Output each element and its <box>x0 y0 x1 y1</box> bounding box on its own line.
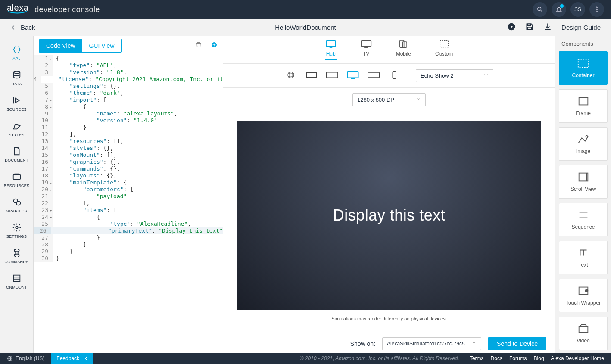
footer-link-alexa-developer-home[interactable]: Alexa Developer Home <box>551 355 604 361</box>
svg-rect-12 <box>13 174 20 179</box>
svg-rect-37 <box>393 72 396 79</box>
viewport-xlarge-land[interactable] <box>368 71 380 80</box>
rail-commands[interactable]: COMMANDS <box>0 244 33 269</box>
play-icon[interactable] <box>507 22 516 32</box>
rail-onmount[interactable]: ONMOUNT <box>0 269 33 295</box>
rail-styles[interactable]: STYLES <box>0 117 33 142</box>
svg-point-31 <box>289 73 293 77</box>
simulation-note: Simulations may render differently on ph… <box>331 316 447 321</box>
svg-rect-38 <box>578 59 588 68</box>
rail-graphics[interactable]: GRAPHICS <box>0 193 33 218</box>
component-image[interactable]: Image <box>559 127 608 161</box>
component-container[interactable]: Container <box>559 51 608 85</box>
svg-point-47 <box>585 289 588 292</box>
svg-rect-32 <box>306 72 317 78</box>
svg-rect-39 <box>579 98 588 105</box>
svg-rect-28 <box>403 42 407 47</box>
show-on-label: Show on: <box>350 340 375 347</box>
send-to-device-button[interactable]: Send to Device <box>488 337 546 350</box>
svg-rect-24 <box>361 41 371 47</box>
component-sequence[interactable]: Sequence <box>559 203 608 236</box>
svg-point-15 <box>16 226 18 229</box>
top-navbar: alexa developer console SS <box>0 0 611 19</box>
sub-header: Back HelloWorldDocument Design Guide <box>0 19 611 36</box>
trash-icon[interactable] <box>195 41 202 50</box>
svg-point-0 <box>538 7 541 11</box>
device-custom[interactable]: Custom <box>435 40 453 59</box>
component-touch-wrapper[interactable]: Touch Wrapper <box>559 279 608 312</box>
language-selector[interactable]: English (US) <box>7 355 44 361</box>
footer-link-forums[interactable]: Forums <box>509 355 527 361</box>
rail-settings[interactable]: SETTINGS <box>0 218 33 244</box>
save-icon[interactable] <box>525 22 534 32</box>
rail-data[interactable]: DATA <box>0 66 33 91</box>
left-rail: APLDATASOURCESSTYLESDOCUMENTRESOURCESGRA… <box>0 36 34 353</box>
svg-rect-22 <box>326 41 335 47</box>
console-title: developer console <box>34 5 100 14</box>
design-guide-link[interactable]: Design Guide <box>561 24 601 31</box>
user-avatar[interactable]: SS <box>570 2 585 17</box>
preview-headline: Display this text <box>333 206 446 224</box>
svg-point-5 <box>596 11 597 12</box>
device-mobile[interactable]: Mobile <box>396 40 411 59</box>
component-scroll-view[interactable]: Scroll View <box>559 165 608 199</box>
search-icon[interactable] <box>533 2 547 17</box>
svg-rect-9 <box>528 27 531 30</box>
footer-link-terms[interactable]: Terms <box>470 355 484 361</box>
svg-point-3 <box>596 7 597 8</box>
bell-icon[interactable] <box>552 2 566 17</box>
feedback-button[interactable]: Feedback <box>51 353 93 364</box>
alexa-logo[interactable]: alexa <box>7 3 28 16</box>
svg-point-4 <box>596 9 597 10</box>
svg-rect-48 <box>579 326 588 332</box>
rail-apl[interactable]: APL <box>0 40 33 66</box>
footer-link-blog[interactable]: Blog <box>534 355 544 361</box>
svg-rect-16 <box>13 275 20 282</box>
tab-code-view[interactable]: Code View <box>39 39 82 52</box>
preview-column: Hub TV Mobile Custom Echo Show 2 <box>223 36 555 353</box>
svg-point-10 <box>13 71 20 74</box>
add-icon[interactable] <box>211 41 218 50</box>
component-video[interactable]: Video <box>559 317 608 350</box>
target-device-select[interactable]: AlexaSkillSimulatord1cf27cc-79c5… <box>382 337 481 350</box>
svg-rect-34 <box>347 72 358 78</box>
footer-bar: English (US) Feedback © 2010 - 2021, Ama… <box>0 353 611 364</box>
resolution-select[interactable]: 1280 x 800 DP <box>352 93 426 106</box>
editor-column: Code View GUI View 1▾{2 "type": "APL",3 … <box>34 36 223 353</box>
svg-rect-33 <box>327 72 338 78</box>
device-tv[interactable]: TV <box>361 40 372 59</box>
svg-rect-36 <box>368 72 379 78</box>
device-model-select[interactable]: Echo Show 2 <box>416 69 493 82</box>
component-frame[interactable]: Frame <box>559 89 608 123</box>
components-panel: Components ContainerFrameImageScroll Vie… <box>555 36 611 353</box>
svg-point-14 <box>16 201 20 205</box>
device-preview: Display this text <box>237 121 541 310</box>
viewport-portrait[interactable] <box>388 71 400 80</box>
device-hub[interactable]: Hub <box>325 40 337 60</box>
svg-rect-8 <box>528 24 531 25</box>
footer-link-docs[interactable]: Docs <box>491 355 502 361</box>
download-icon[interactable] <box>543 22 552 32</box>
svg-line-1 <box>541 10 542 12</box>
viewport-small-land[interactable] <box>306 71 318 80</box>
component-text[interactable]: Text <box>559 241 608 274</box>
svg-rect-29 <box>440 41 449 47</box>
rail-document[interactable]: DOCUMENT <box>0 142 33 168</box>
more-icon[interactable] <box>589 2 604 17</box>
rail-resources[interactable]: RESOURCES <box>0 168 33 193</box>
code-editor[interactable]: 1▾{2 "type": "APL",3 "version": "1.8",4 … <box>34 55 223 353</box>
rail-sources[interactable]: SOURCES <box>0 91 33 117</box>
components-title: Components <box>555 36 611 51</box>
viewport-round[interactable] <box>285 71 297 80</box>
tab-gui-view[interactable]: GUI View <box>82 39 121 52</box>
svg-point-40 <box>586 136 587 137</box>
viewport-medium-land[interactable] <box>326 71 338 80</box>
back-button[interactable]: Back <box>10 24 35 31</box>
viewport-large-land[interactable] <box>347 71 359 80</box>
copyright: © 2010 - 2021, Amazon.com, Inc. or its a… <box>300 355 459 361</box>
